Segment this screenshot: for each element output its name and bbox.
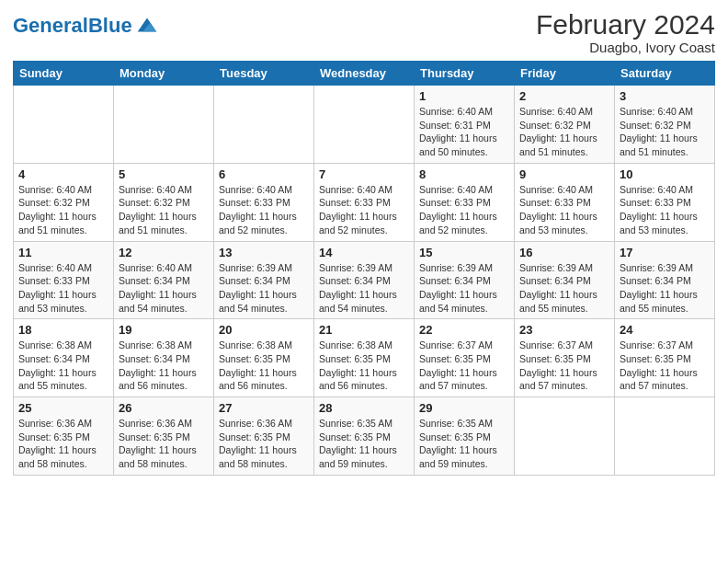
day-info: Sunrise: 6:35 AMSunset: 6:35 PMDaylight:… bbox=[419, 417, 509, 471]
day-info: Sunrise: 6:40 AMSunset: 6:32 PMDaylight:… bbox=[620, 105, 710, 159]
header: GeneralBlue February 2024 Duagbo, Ivory … bbox=[13, 9, 715, 55]
calendar-subtitle: Duagbo, Ivory Coast bbox=[536, 40, 715, 55]
calendar-cell: 24Sunrise: 6:37 AMSunset: 6:35 PMDayligh… bbox=[615, 319, 715, 397]
day-info: Sunrise: 6:39 AMSunset: 6:34 PMDaylight:… bbox=[419, 261, 509, 316]
day-number: 26 bbox=[119, 401, 209, 415]
calendar-cell: 23Sunrise: 6:37 AMSunset: 6:35 PMDayligh… bbox=[515, 319, 615, 397]
day-number: 27 bbox=[219, 401, 309, 415]
calendar-cell bbox=[214, 86, 314, 164]
week-row-4: 18Sunrise: 6:38 AMSunset: 6:34 PMDayligh… bbox=[14, 319, 715, 397]
day-header-friday: Friday bbox=[515, 62, 615, 86]
day-info: Sunrise: 6:37 AMSunset: 6:35 PMDaylight:… bbox=[419, 339, 509, 393]
day-number: 12 bbox=[119, 246, 209, 259]
calendar-cell: 27Sunrise: 6:36 AMSunset: 6:35 PMDayligh… bbox=[214, 397, 314, 476]
calendar-title: February 2024 bbox=[536, 9, 715, 40]
day-info: Sunrise: 6:40 AMSunset: 6:32 PMDaylight:… bbox=[119, 183, 209, 237]
day-info: Sunrise: 6:40 AMSunset: 6:33 PMDaylight:… bbox=[419, 183, 509, 237]
day-number: 7 bbox=[319, 167, 409, 181]
logo-blue: Blue bbox=[88, 14, 132, 37]
calendar-cell: 15Sunrise: 6:39 AMSunset: 6:34 PMDayligh… bbox=[415, 241, 515, 319]
logo-icon bbox=[134, 13, 160, 39]
page: GeneralBlue February 2024 Duagbo, Ivory … bbox=[0, 0, 728, 563]
calendar-cell bbox=[314, 86, 415, 164]
week-row-5: 25Sunrise: 6:36 AMSunset: 6:35 PMDayligh… bbox=[14, 397, 715, 476]
day-header-monday: Monday bbox=[114, 62, 214, 86]
day-info: Sunrise: 6:39 AMSunset: 6:34 PMDaylight:… bbox=[519, 261, 609, 316]
day-info: Sunrise: 6:36 AMSunset: 6:35 PMDaylight:… bbox=[18, 417, 108, 471]
day-info: Sunrise: 6:38 AMSunset: 6:34 PMDaylight:… bbox=[18, 339, 108, 393]
day-header-wednesday: Wednesday bbox=[314, 62, 415, 86]
calendar-cell: 13Sunrise: 6:39 AMSunset: 6:34 PMDayligh… bbox=[214, 241, 314, 319]
day-info: Sunrise: 6:38 AMSunset: 6:34 PMDaylight:… bbox=[119, 339, 209, 393]
week-row-2: 4Sunrise: 6:40 AMSunset: 6:32 PMDaylight… bbox=[14, 163, 715, 241]
day-info: Sunrise: 6:40 AMSunset: 6:33 PMDaylight:… bbox=[319, 183, 409, 237]
day-info: Sunrise: 6:36 AMSunset: 6:35 PMDaylight:… bbox=[219, 417, 309, 471]
calendar-cell: 17Sunrise: 6:39 AMSunset: 6:34 PMDayligh… bbox=[615, 241, 715, 319]
calendar-cell: 21Sunrise: 6:38 AMSunset: 6:35 PMDayligh… bbox=[314, 319, 415, 397]
day-number: 4 bbox=[18, 167, 108, 181]
day-info: Sunrise: 6:39 AMSunset: 6:34 PMDaylight:… bbox=[319, 261, 409, 316]
calendar-cell bbox=[14, 86, 114, 164]
day-info: Sunrise: 6:40 AMSunset: 6:33 PMDaylight:… bbox=[18, 261, 108, 316]
day-header-tuesday: Tuesday bbox=[214, 62, 314, 86]
day-number: 9 bbox=[519, 167, 609, 181]
calendar-cell: 14Sunrise: 6:39 AMSunset: 6:34 PMDayligh… bbox=[314, 241, 415, 319]
day-number: 1 bbox=[419, 89, 509, 103]
day-info: Sunrise: 6:36 AMSunset: 6:35 PMDaylight:… bbox=[119, 417, 209, 471]
day-info: Sunrise: 6:39 AMSunset: 6:34 PMDaylight:… bbox=[620, 261, 710, 316]
day-number: 24 bbox=[620, 323, 710, 337]
day-header-saturday: Saturday bbox=[615, 62, 715, 86]
day-number: 15 bbox=[419, 246, 509, 259]
day-number: 19 bbox=[119, 323, 209, 337]
calendar-header-row: SundayMondayTuesdayWednesdayThursdayFrid… bbox=[14, 62, 715, 86]
day-info: Sunrise: 6:37 AMSunset: 6:35 PMDaylight:… bbox=[519, 339, 609, 393]
day-info: Sunrise: 6:40 AMSunset: 6:33 PMDaylight:… bbox=[219, 183, 309, 237]
day-info: Sunrise: 6:40 AMSunset: 6:34 PMDaylight:… bbox=[119, 261, 209, 316]
calendar-cell bbox=[114, 86, 214, 164]
title-block: February 2024 Duagbo, Ivory Coast bbox=[536, 9, 715, 55]
day-number: 10 bbox=[620, 167, 710, 181]
calendar-cell: 9Sunrise: 6:40 AMSunset: 6:33 PMDaylight… bbox=[515, 163, 615, 241]
calendar-cell: 20Sunrise: 6:38 AMSunset: 6:35 PMDayligh… bbox=[214, 319, 314, 397]
day-number: 11 bbox=[18, 246, 108, 259]
calendar-cell: 8Sunrise: 6:40 AMSunset: 6:33 PMDaylight… bbox=[415, 163, 515, 241]
day-header-thursday: Thursday bbox=[415, 62, 515, 86]
calendar-cell: 29Sunrise: 6:35 AMSunset: 6:35 PMDayligh… bbox=[415, 397, 515, 476]
day-number: 16 bbox=[519, 246, 609, 259]
day-number: 17 bbox=[620, 246, 710, 259]
day-info: Sunrise: 6:40 AMSunset: 6:32 PMDaylight:… bbox=[519, 105, 609, 159]
day-number: 22 bbox=[419, 323, 509, 337]
day-number: 21 bbox=[319, 323, 409, 337]
calendar-cell: 12Sunrise: 6:40 AMSunset: 6:34 PMDayligh… bbox=[114, 241, 214, 319]
day-number: 14 bbox=[319, 246, 409, 259]
day-number: 8 bbox=[419, 167, 509, 181]
logo-general: General bbox=[13, 14, 88, 37]
calendar-cell: 19Sunrise: 6:38 AMSunset: 6:34 PMDayligh… bbox=[114, 319, 214, 397]
calendar-cell: 10Sunrise: 6:40 AMSunset: 6:33 PMDayligh… bbox=[615, 163, 715, 241]
day-info: Sunrise: 6:35 AMSunset: 6:35 PMDaylight:… bbox=[319, 417, 409, 471]
calendar-cell: 16Sunrise: 6:39 AMSunset: 6:34 PMDayligh… bbox=[515, 241, 615, 319]
day-info: Sunrise: 6:40 AMSunset: 6:31 PMDaylight:… bbox=[419, 105, 509, 159]
calendar-cell: 22Sunrise: 6:37 AMSunset: 6:35 PMDayligh… bbox=[415, 319, 515, 397]
logo-text: GeneralBlue bbox=[13, 16, 132, 36]
calendar-cell: 3Sunrise: 6:40 AMSunset: 6:32 PMDaylight… bbox=[615, 86, 715, 164]
calendar-cell: 5Sunrise: 6:40 AMSunset: 6:32 PMDaylight… bbox=[114, 163, 214, 241]
day-info: Sunrise: 6:40 AMSunset: 6:33 PMDaylight:… bbox=[620, 183, 710, 237]
week-row-1: 1Sunrise: 6:40 AMSunset: 6:31 PMDaylight… bbox=[14, 86, 715, 164]
day-header-sunday: Sunday bbox=[14, 62, 114, 86]
day-number: 18 bbox=[18, 323, 108, 337]
calendar-cell: 26Sunrise: 6:36 AMSunset: 6:35 PMDayligh… bbox=[114, 397, 214, 476]
day-number: 3 bbox=[620, 89, 710, 103]
day-info: Sunrise: 6:40 AMSunset: 6:33 PMDaylight:… bbox=[519, 183, 609, 237]
day-number: 2 bbox=[519, 89, 609, 103]
week-row-3: 11Sunrise: 6:40 AMSunset: 6:33 PMDayligh… bbox=[14, 241, 715, 319]
day-number: 29 bbox=[419, 401, 509, 415]
calendar-cell: 18Sunrise: 6:38 AMSunset: 6:34 PMDayligh… bbox=[14, 319, 114, 397]
day-number: 23 bbox=[519, 323, 609, 337]
calendar-cell bbox=[515, 397, 615, 476]
logo: GeneralBlue bbox=[13, 13, 160, 39]
day-number: 5 bbox=[119, 167, 209, 181]
day-info: Sunrise: 6:37 AMSunset: 6:35 PMDaylight:… bbox=[620, 339, 710, 393]
calendar-table: SundayMondayTuesdayWednesdayThursdayFrid… bbox=[13, 61, 715, 476]
calendar-cell: 25Sunrise: 6:36 AMSunset: 6:35 PMDayligh… bbox=[14, 397, 114, 476]
